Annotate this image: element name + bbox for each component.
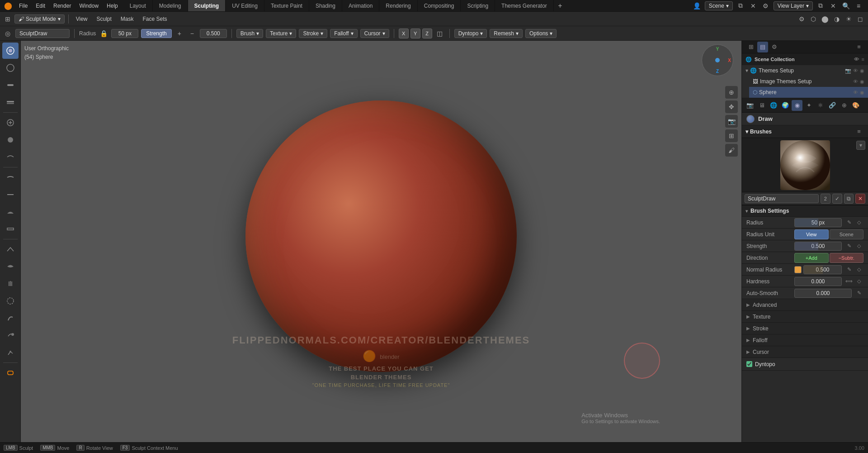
prop-render-icon[interactable]: 📷 bbox=[745, 100, 755, 111]
vp-brush-size-icon[interactable]: 🖌 bbox=[725, 144, 738, 157]
tab-themes-generator[interactable]: Themes Generator bbox=[495, 0, 554, 11]
scene-close-icon[interactable]: ✕ bbox=[748, 1, 758, 11]
rp-filter-icon[interactable]: ≡ bbox=[854, 42, 864, 52]
tool-scrape[interactable] bbox=[2, 221, 19, 237]
viewport[interactable]: User Orthographic (54) Sphere FLIPPEDNOR… bbox=[21, 41, 741, 442]
stroke-section[interactable]: ▶ Stroke bbox=[742, 323, 868, 334]
shading-wireframe-icon[interactable]: ◻ bbox=[855, 14, 865, 24]
mask-menu[interactable]: Mask bbox=[117, 15, 137, 23]
tool-fill[interactable] bbox=[2, 204, 19, 220]
tool-blob[interactable] bbox=[2, 132, 19, 148]
tool-thumb[interactable] bbox=[2, 327, 19, 343]
options-dropdown[interactable]: Options ▾ bbox=[525, 29, 557, 38]
vp-zoom-to-fit-icon[interactable]: ⊕ bbox=[725, 86, 738, 99]
tool-pose[interactable] bbox=[2, 344, 19, 361]
radius-unit-view[interactable]: View bbox=[794, 229, 829, 239]
brush-settings-header[interactable]: ▾ Brush Settings bbox=[742, 205, 868, 217]
scene-selector[interactable]: Scene ▾ bbox=[705, 1, 733, 10]
user-icon[interactable]: 👤 bbox=[692, 1, 702, 11]
outliner-header[interactable]: 🌐 Scene Collection 👁 ≡ bbox=[742, 53, 868, 65]
tool-draw-sharp[interactable] bbox=[2, 60, 19, 76]
auto-smooth-value[interactable]: 0.000 bbox=[794, 289, 852, 298]
falloff-dropdown[interactable]: Falloff ▾ bbox=[330, 29, 357, 38]
prop-object-icon[interactable]: ◉ bbox=[792, 100, 802, 111]
prop-output-icon[interactable]: 🖥 bbox=[756, 100, 767, 111]
tool-elastic-deform[interactable] bbox=[2, 293, 19, 309]
strength-prop-value[interactable]: 0.500 bbox=[794, 242, 842, 251]
hardness-key-icon[interactable]: ◇ bbox=[854, 277, 863, 286]
filter-icon[interactable]: ≡ bbox=[854, 1, 863, 11]
vp-grid-icon[interactable]: ⊞ bbox=[725, 129, 738, 142]
menu-render[interactable]: Render bbox=[50, 2, 75, 10]
direction-add-btn[interactable]: + Add bbox=[794, 253, 829, 263]
tab-texture-paint[interactable]: Texture Paint bbox=[264, 0, 309, 11]
sculpt-menu[interactable]: Sculpt bbox=[93, 15, 115, 23]
sp-eye-icon[interactable]: 👁 bbox=[853, 90, 858, 95]
brush-expand-icon[interactable]: ▾ bbox=[856, 141, 865, 150]
normal-radius-value[interactable]: 0.500 bbox=[803, 265, 842, 274]
symmetry-icon[interactable]: ◫ bbox=[435, 29, 445, 38]
viewport-overlay-icon[interactable]: ⬡ bbox=[808, 14, 818, 24]
it-select-icon[interactable]: ◉ bbox=[860, 79, 864, 85]
view-layer-selector[interactable]: View Layer ▾ bbox=[774, 1, 813, 10]
prop-material-icon[interactable]: 🎨 bbox=[850, 100, 861, 111]
prop-world-icon[interactable]: 🌍 bbox=[780, 100, 791, 111]
prop-physics-icon[interactable]: ⚛ bbox=[815, 100, 826, 111]
viewport-gizmo[interactable]: Y X Z bbox=[702, 44, 738, 81]
add-workspace-button[interactable]: + bbox=[554, 0, 566, 11]
tool-clay-strips[interactable] bbox=[2, 94, 19, 110]
stroke-dropdown[interactable]: Stroke ▾ bbox=[299, 29, 327, 38]
strength-lock-icon[interactable]: + bbox=[175, 29, 184, 38]
scene-settings-icon[interactable]: ⚙ bbox=[761, 1, 771, 11]
direction-subtract-btn[interactable]: − Subtr. bbox=[830, 253, 864, 263]
tool-pinch[interactable] bbox=[2, 258, 19, 275]
outliner-item-themes-setup[interactable]: ▾ 🌐 Themes Setup 📷 👁 ◉ bbox=[742, 65, 868, 76]
radius-value[interactable]: 50 px bbox=[111, 29, 138, 38]
normal-radius-key-icon[interactable]: ◇ bbox=[854, 265, 863, 274]
y-axis-btn[interactable]: Y bbox=[410, 29, 420, 38]
strength-value[interactable]: 0.500 bbox=[200, 29, 227, 38]
tool-crease[interactable] bbox=[2, 149, 19, 165]
x-axis-btn[interactable]: X bbox=[399, 29, 409, 38]
normal-radius-edit-icon[interactable]: ✎ bbox=[844, 265, 854, 274]
prop-scene-icon[interactable]: 🌐 bbox=[768, 100, 779, 111]
tab-shading[interactable]: Shading bbox=[309, 0, 342, 11]
shading-solid-icon[interactable]: ⬤ bbox=[820, 14, 830, 24]
tool-sculpt-draw[interactable] bbox=[2, 43, 19, 59]
prop-modifiers-icon[interactable]: ⊕ bbox=[839, 100, 849, 111]
rp-props-icon[interactable]: ⚙ bbox=[769, 42, 780, 52]
sp-select-icon[interactable]: ◉ bbox=[860, 90, 864, 95]
editor-type-icon[interactable]: ⊞ bbox=[3, 14, 13, 24]
brush-dropdown[interactable]: Brush ▾ bbox=[236, 29, 263, 38]
remesh-dropdown[interactable]: Remesh ▾ bbox=[490, 29, 523, 38]
ts-select-icon[interactable]: ◉ bbox=[860, 68, 864, 74]
menu-help[interactable]: Help bbox=[103, 2, 122, 10]
global-search-icon[interactable]: 🔍 bbox=[841, 1, 851, 11]
radius-prop-value[interactable]: 50 px bbox=[794, 218, 842, 227]
tool-flatten[interactable] bbox=[2, 186, 19, 203]
gizmo-circle[interactable]: Y X Z bbox=[702, 44, 733, 76]
ts-camera-icon[interactable]: 📷 bbox=[845, 68, 851, 74]
advanced-section[interactable]: ▶ Advanced bbox=[742, 299, 868, 311]
viewport-options-icon[interactable]: ⚙ bbox=[797, 14, 807, 24]
prop-particles-icon[interactable]: ✦ bbox=[803, 100, 814, 111]
tool-smooth[interactable] bbox=[2, 169, 19, 186]
z-axis-btn[interactable]: Z bbox=[422, 29, 432, 38]
scene-copy-icon[interactable]: ⧉ bbox=[736, 1, 745, 11]
gizmo-x-axis[interactable]: X bbox=[728, 58, 731, 63]
tab-rendering[interactable]: Rendering bbox=[379, 0, 417, 11]
brush-remove-btn[interactable]: ✕ bbox=[855, 194, 865, 204]
dyntopo-dropdown[interactable]: Dyntopo ▾ bbox=[454, 29, 487, 38]
radius-lock-icon[interactable]: 🔒 bbox=[99, 29, 108, 38]
view-menu[interactable]: View bbox=[72, 15, 91, 23]
it-eye-icon[interactable]: 👁 bbox=[853, 79, 858, 85]
outliner-filter-icon[interactable]: ≡ bbox=[862, 57, 864, 62]
radius-edit-icon[interactable]: ✎ bbox=[844, 218, 854, 227]
tab-scripting[interactable]: Scripting bbox=[461, 0, 495, 11]
cursor-dropdown[interactable]: Cursor ▾ bbox=[360, 29, 389, 38]
tool-multi-plane-scrape[interactable] bbox=[2, 241, 19, 257]
menu-window[interactable]: Window bbox=[75, 2, 102, 10]
brush-name-field[interactable]: SculptDraw bbox=[15, 29, 70, 38]
dyntopo-checkbox[interactable] bbox=[746, 361, 752, 367]
tool-grab[interactable] bbox=[2, 276, 19, 292]
